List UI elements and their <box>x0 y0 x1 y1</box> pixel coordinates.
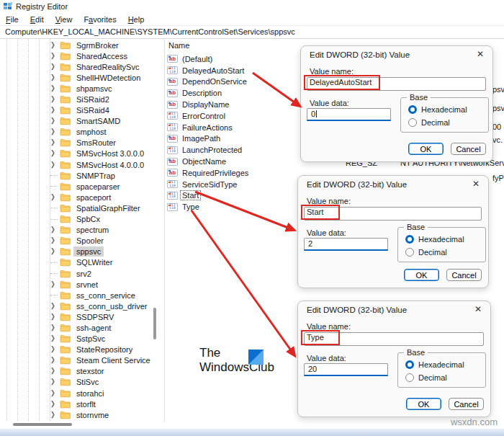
tree-item-sharedaccess[interactable]: ❯SharedAccess <box>0 50 153 61</box>
expand-chevron-icon[interactable]: ❯ <box>50 118 55 125</box>
tree-item-sharedrealitysvc[interactable]: ❯SharedRealitySvc <box>0 61 153 72</box>
radio-hexadecimal[interactable]: Hexadecimal <box>405 360 485 369</box>
close-icon[interactable]: ✕ <box>474 304 482 314</box>
expand-chevron-icon[interactable]: ❯ <box>50 379 55 386</box>
expand-chevron-icon[interactable]: ❯ <box>50 151 55 157</box>
tree-item-stisvc[interactable]: ❯StiSvc <box>0 377 153 388</box>
value-row-delayedautostart[interactable]: 011110DelayedAutoStart <box>167 65 250 76</box>
tree-item-storflt[interactable]: ❯storflt <box>0 399 153 409</box>
expand-chevron-icon[interactable]: ❯ <box>50 357 55 364</box>
value-row-objectname[interactable]: abObjectName <box>167 156 250 167</box>
expand-chevron-icon[interactable]: ❯ <box>50 63 55 70</box>
value-row-failureactions[interactable]: 011110FailureActions <box>167 122 250 133</box>
menu-help[interactable]: Help <box>122 15 150 24</box>
expand-chevron-icon[interactable]: ❯ <box>50 303 55 309</box>
expand-chevron-icon[interactable]: ❯ <box>50 53 55 59</box>
tree-item-ss-conn-usb-driver[interactable]: ❯ss_conn_usb_driver <box>0 301 153 311</box>
radio-decimal[interactable]: Decimal <box>408 118 488 127</box>
expand-chevron-icon[interactable]: ❯ <box>50 227 55 233</box>
tree-item-shpamsvc[interactable]: ❯shpamsvc <box>0 83 153 94</box>
tree-item-spaceport[interactable]: ❯spaceport <box>0 192 153 203</box>
value-row-description[interactable]: abDescription <box>167 87 250 99</box>
tree-item-smphost[interactable]: ❯smphost <box>0 127 153 138</box>
expand-chevron-icon[interactable]: ❯ <box>50 74 55 81</box>
value-row-start[interactable]: 011110Start <box>167 190 250 202</box>
ok-button[interactable]: OK <box>408 143 444 155</box>
tree-item-srvnet[interactable]: ❯srvnet <box>0 279 153 290</box>
expand-chevron-icon[interactable]: ❯ <box>50 96 55 102</box>
expand-chevron-icon[interactable]: ❯ <box>50 129 55 135</box>
expand-chevron-icon[interactable]: ❯ <box>50 140 55 146</box>
value-row--default-[interactable]: ab(Default) <box>167 53 250 65</box>
value-data-input[interactable]: 2 <box>304 238 388 251</box>
expand-chevron-icon[interactable]: ❯ <box>50 249 55 255</box>
tree-item-sstpsvc[interactable]: ❯SstpSvc <box>0 334 153 344</box>
expand-chevron-icon[interactable]: ❯ <box>50 238 55 244</box>
tree-item-srv2[interactable]: srv2 <box>0 268 153 279</box>
radio-decimal[interactable]: Decimal <box>405 373 485 382</box>
tree-item-spectrum[interactable]: ❯spectrum <box>0 225 153 236</box>
tree-item-storahci[interactable]: ❯storahci <box>0 388 153 399</box>
value-row-requiredprivileges[interactable]: abRequiredPrivileges <box>167 167 250 179</box>
expand-chevron-icon[interactable]: ❯ <box>50 281 55 288</box>
tree-item-stornvme[interactable]: ❯stornvme <box>0 409 153 420</box>
value-row-type[interactable]: 011110Type <box>167 201 250 213</box>
tree-item-smsvchost-3-0-0-0[interactable]: ❯SMSvcHost 3.0.0.0 <box>0 148 153 159</box>
value-row-servicesidtype[interactable]: 011110ServiceSidType <box>167 179 250 190</box>
cancel-button[interactable]: Cancel <box>446 269 482 281</box>
tree-item-spatialgraphfilter[interactable]: SpatialGraphFilter <box>0 203 153 213</box>
expand-chevron-icon[interactable]: ❯ <box>50 347 55 353</box>
tree-item-staterepository[interactable]: ❯StateRepository <box>0 344 153 355</box>
tree-item-ss-conn-service[interactable]: ss_conn_service <box>0 290 153 301</box>
value-row-launchprotected[interactable]: 011110LaunchProtected <box>167 144 250 156</box>
cancel-button[interactable]: Cancel <box>451 143 486 155</box>
expand-chevron-icon[interactable]: ❯ <box>50 161 55 168</box>
tree-item-sqlwriter[interactable]: SQLWriter <box>0 257 153 268</box>
expand-chevron-icon[interactable]: ❯ <box>50 411 55 418</box>
value-data-input[interactable]: 0 <box>307 108 391 121</box>
value-row-displayname[interactable]: abDisplayName <box>167 99 250 110</box>
expand-chevron-icon[interactable]: ❯ <box>50 42 55 48</box>
expand-chevron-icon[interactable]: ❯ <box>50 324 55 331</box>
expand-chevron-icon[interactable]: ❯ <box>50 368 55 375</box>
value-data-input[interactable]: 20 <box>304 363 388 376</box>
value-row-imagepath[interactable]: abImagePath <box>167 133 250 145</box>
expand-chevron-icon[interactable]: ❯ <box>50 194 55 200</box>
cancel-button[interactable]: Cancel <box>449 398 484 410</box>
menu-file[interactable]: File <box>0 15 24 24</box>
value-row-errorcontrol[interactable]: 011110ErrorControl <box>167 110 250 122</box>
expand-chevron-icon[interactable]: ❯ <box>50 107 55 114</box>
expand-chevron-icon[interactable]: ❯ <box>50 390 55 396</box>
value-row-dependonservice[interactable]: abDependOnService <box>167 76 250 88</box>
tree-horizontal-scrollbar-thumb[interactable] <box>13 423 72 426</box>
tree-item-smsrouter[interactable]: ❯SmsRouter <box>0 138 153 148</box>
ok-button[interactable]: OK <box>406 398 441 410</box>
expand-chevron-icon[interactable]: ❯ <box>50 85 55 92</box>
close-icon[interactable]: ✕ <box>472 179 480 189</box>
expand-chevron-icon[interactable]: ❯ <box>50 313 55 320</box>
menu-favorites[interactable]: Favorites <box>78 15 122 24</box>
tree-item-stexstor[interactable]: ❯stexstor <box>0 366 153 377</box>
expand-chevron-icon[interactable]: ❯ <box>50 401 55 407</box>
tree-item-ssdpsrv[interactable]: ❯SSDPSRV <box>0 311 153 322</box>
tree-item-spbcx[interactable]: SpbCx <box>0 214 153 225</box>
menu-edit[interactable]: Edit <box>24 15 50 24</box>
tree-item-steam-client-service[interactable]: ❯Steam Client Service <box>0 355 153 366</box>
tree-item-sisraid2[interactable]: ❯SiSRaid2 <box>0 94 153 104</box>
tree-item-sgrmbroker[interactable]: ❯SgrmBroker <box>0 40 153 50</box>
radio-hexadecimal[interactable]: Hexadecimal <box>408 105 488 114</box>
ok-button[interactable]: OK <box>404 269 439 281</box>
expand-chevron-icon[interactable]: ❯ <box>50 335 55 342</box>
tree-item-spooler[interactable]: ❯Spooler <box>0 236 153 246</box>
address-bar[interactable]: Computer\HKEY_LOCAL_MACHINE\SYSTEM\Curre… <box>0 25 504 39</box>
tree-item-snmptrap[interactable]: SNMPTrap <box>0 170 153 181</box>
menu-view[interactable]: View <box>50 15 78 24</box>
tree-item-shellhwdetection[interactable]: ❯ShellHWDetection <box>0 72 153 83</box>
tree-item-spaceparser[interactable]: spaceparser <box>0 181 153 192</box>
tree-vertical-scrollbar-thumb[interactable] <box>153 308 156 339</box>
tree-item-ssh-agent[interactable]: ❯ssh-agent <box>0 322 153 333</box>
radio-hexadecimal[interactable]: Hexadecimal <box>405 235 485 244</box>
close-icon[interactable]: ✕ <box>477 49 484 59</box>
tree-item-sppsvc[interactable]: ❯sppsvc <box>0 246 153 257</box>
tree-item-smsvchost-4-0-0-0[interactable]: ❯SMSvcHost 4.0.0.0 <box>0 159 153 170</box>
